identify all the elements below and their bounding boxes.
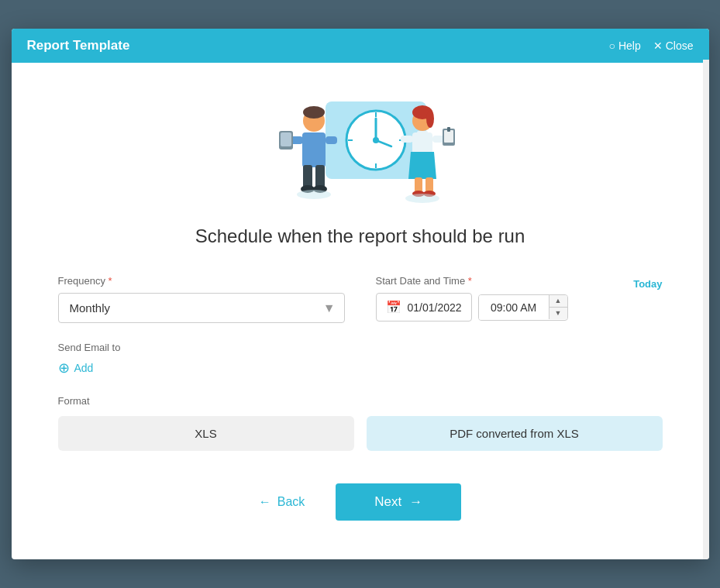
svg-marker-26: [408, 152, 436, 179]
today-button[interactable]: Today: [633, 278, 662, 290]
close-button[interactable]: ✕ Close: [653, 40, 694, 52]
svg-rect-17: [315, 165, 325, 188]
svg-rect-16: [303, 165, 312, 188]
time-decrement-button[interactable]: ▼: [549, 308, 567, 319]
help-button[interactable]: ○ Help: [608, 40, 640, 52]
frequency-select[interactable]: Daily Weekly Monthly Yearly: [58, 293, 345, 323]
illustration: [58, 78, 663, 210]
next-button[interactable]: Next →: [336, 483, 461, 521]
svg-rect-31: [447, 127, 450, 132]
format-pdf-button[interactable]: PDF converted from XLS: [367, 416, 663, 451]
date-time-top: Start Date and Time * Today: [376, 275, 663, 293]
modal-title: Report Template: [27, 38, 130, 53]
time-spinners: ▲ ▼: [549, 295, 567, 319]
time-picker[interactable]: ▲ ▼: [478, 294, 568, 321]
modal-header: Report Template ○ Help ✕ Close: [12, 29, 709, 63]
format-section: Format XLS PDF converted from XLS: [58, 395, 663, 451]
svg-point-23: [426, 109, 434, 128]
date-value: 01/01/2022: [408, 301, 462, 314]
format-xls-button[interactable]: XLS: [58, 416, 354, 451]
help-icon: ○: [608, 40, 615, 52]
start-date-label: Start Date and Time *: [376, 275, 472, 287]
format-label: Format: [58, 395, 663, 407]
time-increment-button[interactable]: ▲: [549, 295, 567, 308]
back-button[interactable]: ← Back: [259, 495, 305, 509]
modal-body: Schedule when the report should be run F…: [12, 63, 709, 559]
svg-rect-27: [401, 136, 413, 143]
date-time-group: 📅 01/01/2022 ▲ ▼: [376, 293, 663, 322]
header-actions: ○ Help ✕ Close: [608, 40, 693, 52]
arrow-right-icon: →: [409, 494, 422, 510]
send-email-label: Send Email to: [58, 342, 663, 353]
close-icon: ✕: [653, 40, 663, 52]
add-circle-icon: ⊕: [58, 359, 70, 377]
svg-rect-14: [281, 132, 291, 146]
add-email-button[interactable]: ⊕ Add: [58, 359, 94, 377]
frequency-group: Frequency * Daily Weekly Monthly Yearly …: [58, 275, 345, 323]
frequency-select-wrapper: Daily Weekly Monthly Yearly ▼: [58, 293, 345, 323]
modal-dialog: Report Template ○ Help ✕ Close: [12, 29, 709, 559]
svg-rect-30: [444, 130, 453, 143]
form-row-frequency-date: Frequency * Daily Weekly Monthly Yearly …: [58, 275, 663, 323]
modal-footer: ← Back Next →: [58, 476, 663, 536]
svg-rect-25: [412, 132, 432, 154]
svg-rect-15: [326, 136, 337, 144]
svg-rect-11: [302, 132, 326, 167]
frequency-label: Frequency *: [58, 275, 345, 287]
time-input[interactable]: [479, 295, 549, 320]
scrollbar[interactable]: [703, 60, 709, 559]
date-picker[interactable]: 📅 01/01/2022: [376, 293, 472, 322]
start-date-group: Start Date and Time * Today 📅 01/01/2022…: [376, 275, 663, 322]
send-email-section: Send Email to ⊕ Add: [58, 342, 663, 377]
svg-point-20: [297, 190, 331, 199]
page-heading: Schedule when the report should be run: [58, 225, 663, 247]
arrow-left-icon: ←: [259, 495, 271, 509]
svg-point-36: [405, 194, 439, 203]
calendar-icon: 📅: [386, 300, 401, 315]
svg-point-10: [303, 106, 325, 119]
format-buttons: XLS PDF converted from XLS: [58, 416, 663, 451]
